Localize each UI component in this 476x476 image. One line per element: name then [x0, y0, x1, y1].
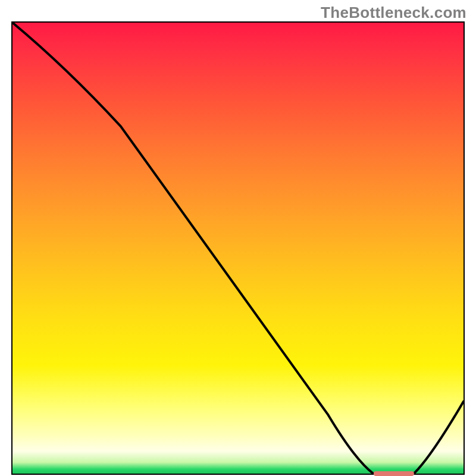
- attribution-text: TheBottleneck.com: [321, 4, 466, 22]
- optimal-marker: [373, 471, 414, 476]
- curve-path: [12, 23, 464, 474]
- bottleneck-curve: [12, 23, 464, 474]
- chart-container: TheBottleneck.com: [0, 0, 476, 476]
- plot-area: [11, 21, 465, 475]
